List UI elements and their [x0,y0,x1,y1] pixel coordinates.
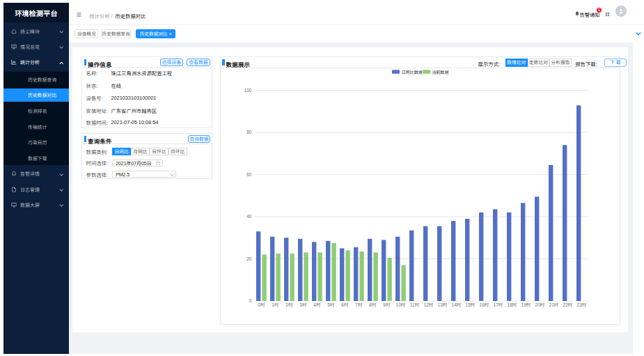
svg-text:11时: 11时 [409,302,419,307]
svg-text:4时: 4时 [313,302,321,307]
svg-text:23时: 23时 [576,302,586,307]
svg-text:1时: 1时 [272,302,279,307]
svg-text:10时: 10时 [395,302,405,307]
svg-text:15时: 15时 [465,302,475,307]
svg-text:17时: 17时 [493,302,503,307]
svg-text:20时: 20时 [535,302,544,307]
svg-text:19时: 19时 [521,302,531,307]
svg-text:6时: 6时 [341,302,349,307]
svg-text:7时: 7时 [355,302,363,307]
svg-text:13时: 13时 [437,302,447,307]
svg-text:80: 80 [246,130,252,134]
svg-text:日同比数据: 日同比数据 [401,70,422,75]
svg-text:16时: 16时 [479,302,489,307]
svg-text:9时: 9时 [383,302,391,307]
svg-text:18时: 18时 [507,302,517,307]
svg-text:3时: 3时 [299,302,307,307]
svg-text:100: 100 [244,88,251,93]
svg-text:14时: 14时 [451,302,461,307]
svg-text:当前数据: 当前数据 [432,70,448,75]
svg-text:0: 0 [249,298,251,303]
svg-text:22时: 22时 [563,302,572,307]
svg-text:2时: 2时 [285,302,293,307]
svg-text:40: 40 [246,214,252,219]
svg-text:12时: 12时 [423,302,433,307]
svg-text:60: 60 [246,172,252,177]
svg-text:5时: 5时 [327,302,335,307]
svg-text:0时: 0时 [258,302,265,307]
svg-text:8时: 8时 [369,302,377,307]
svg-text:21时: 21时 [549,302,558,307]
svg-text:20: 20 [246,256,252,261]
